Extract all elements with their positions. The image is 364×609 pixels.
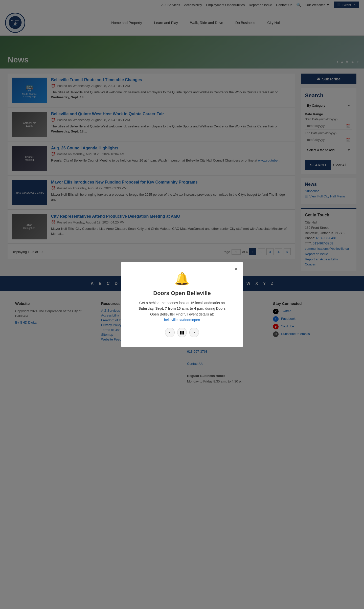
modal-pause-button[interactable]: ▮▮: [177, 328, 187, 337]
modal-prev-button[interactable]: ‹: [165, 328, 175, 337]
modal-title: Doors Open Belleville: [134, 290, 230, 297]
modal-overlay[interactable]: × 🔔 Doors Open Belleville Get a behind-t…: [0, 0, 364, 394]
modal-controls: ‹ ▮▮ ›: [134, 328, 230, 337]
notification-modal: × 🔔 Doors Open Belleville Get a behind-t…: [121, 262, 243, 348]
modal-close-button[interactable]: ×: [234, 266, 238, 272]
bell-icon: 🔔: [134, 272, 230, 286]
modal-link[interactable]: belleville.ca/doorsopen: [164, 318, 200, 322]
modal-next-button[interactable]: ›: [189, 328, 199, 337]
modal-body: Get a behind-the-scenes look at 16 local…: [134, 300, 230, 323]
